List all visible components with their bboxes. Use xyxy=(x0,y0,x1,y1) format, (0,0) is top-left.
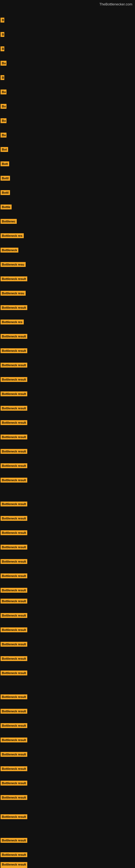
bottleneck-label: Bottleneck result xyxy=(1,814,27,819)
list-item: Bottleneck result xyxy=(1,545,27,551)
bottleneck-label: Bottleneck result xyxy=(1,463,27,468)
bottleneck-label: Bottleneck result xyxy=(1,766,27,771)
list-item: Bottlenec xyxy=(1,219,17,225)
bottleneck-label: Bot xyxy=(1,147,8,152)
bottleneck-label: Bottleneck result xyxy=(1,627,27,632)
bottleneck-label: Bottleneck result xyxy=(1,377,27,382)
list-item: Bottleneck result xyxy=(1,449,27,455)
list-item: B xyxy=(1,32,4,38)
bottleneck-label: Bottleneck result xyxy=(1,478,27,483)
bottleneck-label: Bottleneck result xyxy=(1,781,27,785)
bottleneck-label: Bottleneck result xyxy=(1,449,27,454)
list-item: Bot xyxy=(1,147,8,153)
list-item: Bottleneck result xyxy=(1,501,27,507)
bottleneck-label: Bottleneck result xyxy=(1,276,27,281)
bottleneck-label: Bottleneck result xyxy=(1,545,27,550)
bottleneck-label: Bottleneck result xyxy=(1,348,27,353)
bottleneck-label: Bottleneck result xyxy=(1,392,27,396)
list-item: Bottleneck result xyxy=(1,435,27,440)
list-item: Bottleneck result xyxy=(1,530,27,536)
list-item: Bottleneck result xyxy=(1,334,27,340)
list-item: Bottle xyxy=(1,205,12,211)
list-item: Bottleneck result xyxy=(1,738,27,744)
bottleneck-label: Bottleneck result xyxy=(1,420,27,425)
bottleneck-label: Bottleneck result xyxy=(1,738,27,742)
bottleneck-label: Bo xyxy=(1,90,6,94)
list-item: Bottleneck result xyxy=(1,814,27,820)
list-item: Bottleneck result xyxy=(1,276,27,282)
list-item: B xyxy=(1,18,4,24)
bottleneck-label: Bottleneck result xyxy=(1,363,27,368)
bottleneck-label: Bottleneck res xyxy=(1,319,24,324)
list-item: Bottleneck result xyxy=(1,867,27,868)
list-item: Bottleneck resu xyxy=(1,291,26,297)
list-item: Bottleneck result xyxy=(1,392,27,397)
bottleneck-label: Bottleneck result xyxy=(1,530,27,535)
list-item: Bottleneck result xyxy=(1,852,27,858)
list-item: Bottleneck result xyxy=(1,559,27,565)
bottleneck-label: Bottleneck result xyxy=(1,559,27,564)
list-item: Bottleneck result xyxy=(1,516,27,522)
list-item: Bottl xyxy=(1,176,10,182)
bottleneck-label: Bo xyxy=(1,104,6,109)
list-item: Bottleneck result xyxy=(1,406,27,412)
bottleneck-label: Bottleneck result xyxy=(1,435,27,439)
list-item: Bottleneck result xyxy=(1,478,27,484)
site-title: TheBottlenecker.com xyxy=(99,2,132,6)
list-item: Bo xyxy=(1,90,6,95)
list-item: Bottleneck result xyxy=(1,463,27,469)
list-item: Bottleneck res xyxy=(1,233,24,239)
list-item: Bottleneck result xyxy=(1,420,27,426)
bottleneck-label: Bottl xyxy=(1,176,10,181)
list-item: Bottleneck result xyxy=(1,305,27,311)
list-item: Bottleneck result xyxy=(1,377,27,383)
bottleneck-label: Bottleneck result xyxy=(1,723,27,728)
list-item: Bottleneck result xyxy=(1,671,27,677)
list-item: Bottleneck result xyxy=(1,588,27,594)
bottleneck-label: Bottleneck result xyxy=(1,862,27,867)
list-item: Bottleneck result xyxy=(1,723,27,729)
bottleneck-label: Bott xyxy=(1,161,9,166)
bottleneck-label: Bottleneck result xyxy=(1,599,27,603)
list-item: Bottleneck result xyxy=(1,838,27,844)
list-item: Bottleneck result xyxy=(1,599,27,604)
bottleneck-label: Bottleneck result xyxy=(1,574,27,578)
list-item: Bottleneck result xyxy=(1,574,27,579)
bottleneck-label: Bottleneck result xyxy=(1,795,27,800)
list-item: Bottleneck result xyxy=(1,795,27,801)
bottleneck-label: Bottleneck result xyxy=(1,305,27,310)
list-item: Bottleneck result xyxy=(1,348,27,354)
list-item: Bottleneck result xyxy=(1,656,27,662)
list-item: Bottleneck result xyxy=(1,752,27,758)
list-item: B xyxy=(1,46,4,52)
bottleneck-label: Bottleneck xyxy=(1,248,18,252)
list-item: B xyxy=(1,75,4,81)
bottleneck-label: Bottlenec xyxy=(1,219,17,224)
bottleneck-label: Bottleneck result xyxy=(1,516,27,521)
bottleneck-label: Bottleneck result xyxy=(1,709,27,714)
bottleneck-label: B xyxy=(1,75,4,80)
list-item: Bottleneck result xyxy=(1,613,27,619)
bottleneck-label: Bo xyxy=(1,133,6,137)
bottleneck-label: B xyxy=(1,46,4,51)
list-item: Bo xyxy=(1,133,6,138)
list-item: Bo xyxy=(1,118,6,124)
list-item: Bottleneck resu xyxy=(1,262,26,268)
bottleneck-label: Bottleneck result xyxy=(1,867,27,868)
bottleneck-label: Bo xyxy=(1,61,6,66)
bottleneck-label: Bottleneck resu xyxy=(1,262,26,267)
list-item: Bottleneck res xyxy=(1,319,24,326)
bottleneck-label: Bottleneck result xyxy=(1,334,27,339)
list-item: Bottleneck result xyxy=(1,709,27,715)
list-item: Bottleneck result xyxy=(1,694,27,701)
list-item: Bottleneck result xyxy=(1,363,27,369)
bottleneck-label: Bottleneck result xyxy=(1,406,27,411)
bottleneck-label: Bottleneck result xyxy=(1,642,27,647)
list-item: Bottleneck xyxy=(1,248,18,254)
list-item: Bottleneck result xyxy=(1,642,27,648)
list-item: Bottleneck result xyxy=(1,781,27,786)
bottleneck-label: Bo xyxy=(1,118,6,123)
bottleneck-label: Bottleneck result xyxy=(1,656,27,661)
bottleneck-label: B xyxy=(1,32,4,37)
list-item: Bo xyxy=(1,61,6,67)
